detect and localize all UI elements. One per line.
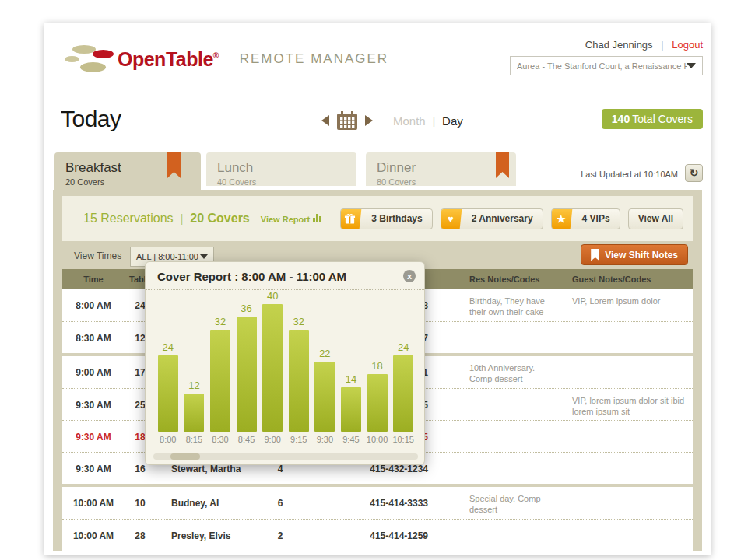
- user-menu: Chad Jennings | Logout: [585, 39, 703, 51]
- cell-res-notes: 10th Anniversary. Comp dessert: [430, 356, 572, 388]
- chart-scrollbar[interactable]: [153, 453, 418, 460]
- heart-icon: ♥: [441, 208, 462, 229]
- table-row[interactable]: 10:00 AM10Budney, Al6415-414-3333Special…: [62, 487, 693, 519]
- cell-time: 10:00 AM: [62, 520, 125, 551]
- chart-bar: [237, 317, 257, 432]
- chart-bar-column: 24: [390, 341, 416, 432]
- chevron-down-icon: [200, 254, 208, 259]
- x-axis-label: 8:45: [234, 435, 260, 444]
- cell-time: 9:30 AM: [62, 389, 125, 420]
- cell-guest-notes: [572, 520, 693, 551]
- cell-res-notes: [430, 421, 572, 452]
- x-axis-label: 9:45: [338, 435, 364, 444]
- cell-guest-notes: [572, 487, 693, 519]
- total-covers-label: Total Covers: [632, 113, 693, 125]
- col-header-guest-notes: Guest Notes/Codes: [572, 275, 693, 284]
- cell-time: 9:30 AM: [62, 453, 125, 484]
- anniversary-badge[interactable]: ♥ 2 Anniversary: [441, 208, 543, 229]
- x-axis-label: 9:00: [259, 435, 286, 444]
- cell-res-notes: [430, 389, 572, 420]
- view-times-value: ALL | 8:00-11:00: [136, 252, 200, 261]
- cell-guest-notes: [572, 322, 693, 353]
- bar-chart-icon[interactable]: [313, 214, 322, 222]
- chart-bar-column: 32: [207, 316, 234, 432]
- vips-badge[interactable]: ★ 4 VIPs: [551, 208, 620, 229]
- refresh-button[interactable]: ↻: [685, 164, 703, 182]
- view-day-toggle[interactable]: Day: [442, 114, 463, 128]
- cover-report-chart: 24123236403222141824: [155, 296, 416, 432]
- chevron-down-icon: [687, 63, 696, 68]
- col-header-res-notes: Res Notes/Codes: [430, 275, 572, 284]
- popup-title: Cover Report : 8:00 AM - 11:00 AM: [157, 270, 346, 283]
- cell-phone: 415-414-1259: [304, 520, 430, 551]
- cell-time: 10:00 AM: [62, 487, 125, 519]
- cell-time: 9:30 AM: [62, 421, 125, 452]
- cell-guest-notes: [572, 356, 693, 388]
- close-icon[interactable]: x: [403, 270, 416, 282]
- cell-time: 8:00 AM: [62, 289, 125, 321]
- tab-breakfast[interactable]: Breakfast 20 Covers: [54, 152, 201, 190]
- next-day-button[interactable]: [365, 115, 373, 126]
- restaurant-selector[interactable]: Aurea - The Stanford Court, a Renaissanc…: [510, 56, 703, 75]
- star-icon: ★: [551, 208, 572, 229]
- opentable-pebbles-icon: [63, 42, 111, 76]
- chart-bar-column: 24: [155, 341, 181, 432]
- bar-value-label: 22: [319, 348, 330, 359]
- prev-day-button[interactable]: [321, 115, 329, 126]
- view-times-label: View Times: [74, 250, 121, 261]
- cell-res-notes: [430, 520, 572, 551]
- chart-bar: [184, 394, 204, 432]
- tab-dinner[interactable]: Dinner 80 Covers: [366, 152, 516, 186]
- page: OpenTable® REMOTE MANAGER Chad Jennings …: [0, 0, 755, 560]
- bar-value-label: 12: [188, 380, 199, 391]
- bar-value-label: 24: [163, 341, 174, 353]
- popup-header: Cover Report : 8:00 AM - 11:00 AM x: [146, 262, 424, 290]
- app-window: OpenTable® REMOTE MANAGER Chad Jennings …: [44, 23, 711, 555]
- bar-value-label: 36: [241, 303, 251, 314]
- logout-link[interactable]: Logout: [672, 39, 703, 51]
- x-axis-label: 8:00: [155, 435, 181, 444]
- cell-guest-notes: [572, 421, 693, 452]
- bookmark-icon: [591, 249, 599, 261]
- logo-wordmark: OpenTable®: [118, 48, 219, 71]
- opentable-logo: OpenTable® REMOTE MANAGER: [63, 40, 388, 78]
- cell-covers: 2: [257, 520, 304, 551]
- cell-name: Budney, Al: [156, 487, 257, 519]
- chart-bar-column: 32: [286, 316, 312, 432]
- chart-bar-column: 14: [338, 373, 364, 432]
- x-axis-label: 8:30: [207, 435, 234, 444]
- cell-phone: 415-414-3333: [304, 487, 430, 519]
- chart-bar-column: 12: [181, 380, 208, 432]
- tab-lunch[interactable]: Lunch 40 Covers: [206, 152, 356, 186]
- bar-value-label: 40: [267, 290, 278, 302]
- chart-bar: [262, 304, 283, 432]
- calendar-icon[interactable]: [337, 111, 357, 130]
- cell-res-notes: Birthday, They have their own their cake: [430, 289, 572, 321]
- view-month-toggle[interactable]: Month: [393, 114, 426, 128]
- gift-icon: [340, 208, 361, 229]
- chart-scrollbar-thumb[interactable]: [170, 453, 200, 460]
- table-row[interactable]: 10:00 AM28Presley, Elvis2415-414-1259: [62, 519, 693, 551]
- chart-bar: [393, 355, 413, 432]
- chart-x-axis: 8:008:158:308:459:009:159:309:4510:0010:…: [155, 435, 416, 444]
- chart-bar: [314, 362, 335, 432]
- bar-value-label: 14: [346, 373, 356, 385]
- covers-count: 20 Covers: [190, 212, 250, 226]
- view-all-button[interactable]: View All: [628, 208, 683, 229]
- total-covers-badge: 140Total Covers: [602, 109, 703, 129]
- x-axis-label: 9:30: [312, 435, 339, 444]
- badge-row: 3 Birthdays ♥ 2 Anniversary ★ 4 VIPs Vie…: [332, 208, 683, 229]
- logo-divider: [230, 47, 230, 71]
- cell-table-number: 10: [125, 487, 156, 519]
- x-axis-label: 10:15: [390, 435, 416, 444]
- bar-value-label: 18: [371, 360, 382, 372]
- cover-report-popup: Cover Report : 8:00 AM - 11:00 AM x 2412…: [145, 261, 425, 465]
- view-report-link[interactable]: View Report: [261, 215, 310, 224]
- logo-product-name: REMOTE MANAGER: [240, 51, 388, 67]
- view-shift-notes-button[interactable]: View Shift Notes: [581, 244, 688, 265]
- page-title: Today: [61, 106, 121, 132]
- chart-bar: [289, 330, 309, 432]
- birthdays-badge[interactable]: 3 Birthdays: [340, 208, 432, 229]
- chart-bar-column: 40: [259, 290, 286, 432]
- chart-bar: [367, 374, 388, 432]
